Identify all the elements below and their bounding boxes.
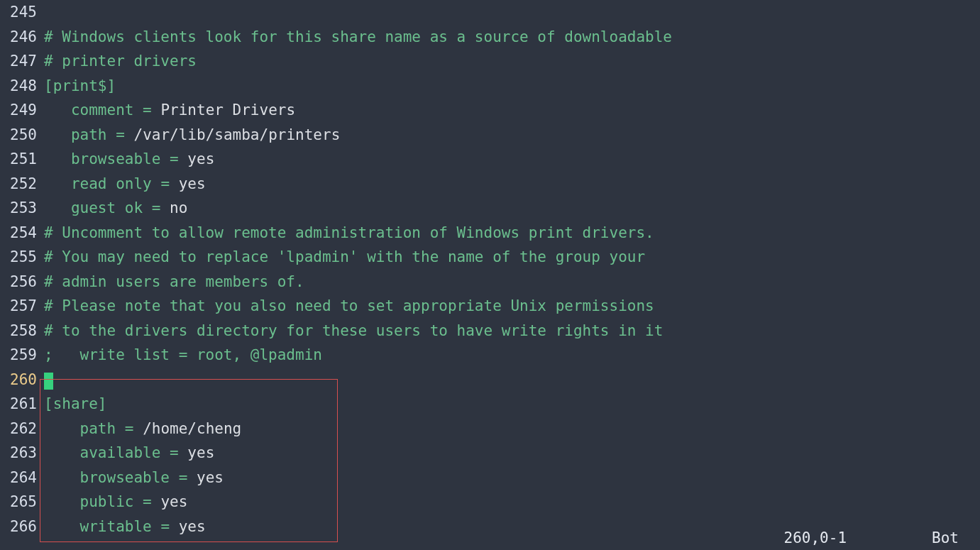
code-line[interactable]: 265 public = yes	[0, 490, 980, 515]
code-line[interactable]: 252 read only = yes	[0, 172, 980, 197]
code-line[interactable]: 249 comment = Printer Drivers	[0, 98, 980, 123]
token	[125, 126, 134, 143]
code-content[interactable]: public = yes	[44, 490, 980, 515]
token: # Windows clients look for this share na…	[44, 28, 672, 45]
line-number: 256	[0, 270, 44, 295]
code-content[interactable]: read only = yes	[44, 172, 980, 197]
code-line[interactable]: 255# You may need to replace 'lpadmin' w…	[0, 245, 980, 270]
code-line[interactable]: 246# Windows clients look for this share…	[0, 25, 980, 50]
token	[160, 444, 170, 461]
line-number: 262	[0, 417, 44, 441]
token	[44, 469, 80, 486]
token: path	[80, 420, 116, 437]
code-line[interactable]: 250 path = /var/lib/samba/printers	[0, 123, 980, 148]
code-line[interactable]: 254# Uncomment to allow remote administr…	[0, 221, 980, 246]
token: # Uncomment to allow remote administrati…	[44, 224, 654, 241]
token: comment	[71, 101, 134, 119]
code-content[interactable]: path = /var/lib/samba/printers	[44, 123, 980, 148]
line-number: 254	[0, 221, 44, 246]
code-content[interactable]: browseable = yes	[44, 466, 980, 490]
token: =	[143, 101, 152, 119]
code-content[interactable]: # printer drivers	[44, 49, 980, 74]
line-number: 264	[0, 466, 44, 490]
token	[133, 493, 143, 510]
token	[152, 175, 161, 192]
code-line[interactable]: 264 browseable = yes	[0, 466, 980, 490]
code-line[interactable]: 261[share]	[0, 392, 980, 417]
token	[152, 493, 161, 510]
token	[160, 199, 170, 216]
code-content[interactable]: # admin users are members of.	[44, 270, 980, 295]
token	[133, 420, 143, 437]
token	[152, 101, 161, 119]
token: public	[80, 493, 134, 510]
token: yes	[197, 469, 224, 486]
code-content[interactable]: available = yes	[44, 441, 980, 466]
code-content[interactable]: [print$]	[44, 74, 980, 99]
token	[133, 101, 143, 119]
token: [print$]	[44, 77, 116, 94]
token: ; write list = root, @lpadmin	[44, 346, 322, 363]
token: yes	[187, 150, 214, 167]
cursor-position: 260,0-1	[784, 526, 847, 551]
token	[187, 469, 197, 486]
cursor	[44, 373, 53, 390]
token	[179, 150, 188, 167]
code-content[interactable]: # Please note that you also need to set …	[44, 294, 980, 319]
token: # You may need to replace 'lpadmin' with…	[44, 248, 645, 265]
token: yes	[187, 444, 214, 461]
token: browseable	[80, 469, 170, 486]
code-content[interactable]: # to the drivers directory for these use…	[44, 319, 980, 343]
code-line[interactable]: 257# Please note that you also need to s…	[0, 294, 980, 319]
code-line[interactable]: 260	[0, 368, 980, 392]
token	[170, 175, 179, 192]
token: # to the drivers directory for these use…	[44, 322, 663, 339]
token	[44, 199, 71, 216]
code-content[interactable]: ; write list = root, @lpadmin	[44, 343, 980, 368]
code-line[interactable]: 263 available = yes	[0, 441, 980, 466]
token: # Please note that you also need to set …	[44, 297, 654, 314]
token: =	[116, 126, 125, 143]
code-line[interactable]: 247# printer drivers	[0, 49, 980, 74]
code-content[interactable]: # Windows clients look for this share na…	[44, 25, 980, 50]
token	[44, 175, 71, 192]
code-line[interactable]: 253 guest ok = no	[0, 196, 980, 221]
line-number: 253	[0, 196, 44, 221]
code-content[interactable]: browseable = yes	[44, 147, 980, 172]
code-line[interactable]: 256# admin users are members of.	[0, 270, 980, 295]
token: /var/lib/samba/printers	[133, 126, 340, 143]
code-content[interactable]: # You may need to replace 'lpadmin' with…	[44, 245, 980, 270]
line-number: 259	[0, 343, 44, 368]
code-line[interactable]: 262 path = /home/cheng	[0, 417, 980, 441]
token: =	[179, 469, 188, 486]
code-content[interactable]: # Uncomment to allow remote administrati…	[44, 221, 980, 246]
line-number: 250	[0, 123, 44, 148]
token: # admin users are members of.	[44, 273, 304, 290]
token: # printer drivers	[44, 53, 197, 70]
editor-viewport[interactable]: 245246# Windows clients look for this sh…	[0, 0, 980, 550]
token	[170, 469, 179, 486]
vim-status-bar: 260,0-1 Bot	[0, 526, 980, 551]
line-number: 245	[0, 0, 44, 25]
token	[44, 126, 71, 143]
token: available	[80, 444, 161, 461]
code-content[interactable]: guest ok = no	[44, 196, 980, 221]
code-content[interactable]	[44, 368, 980, 392]
code-line[interactable]: 259; write list = root, @lpadmin	[0, 343, 980, 368]
code-content[interactable]: [share]	[44, 392, 980, 417]
code-content[interactable]: path = /home/cheng	[44, 417, 980, 441]
token: browseable	[71, 150, 160, 167]
line-number: 251	[0, 147, 44, 172]
token	[44, 493, 80, 510]
token: [share]	[44, 395, 107, 412]
line-number: 249	[0, 98, 44, 123]
token	[107, 126, 116, 143]
line-number: 263	[0, 441, 44, 466]
code-line[interactable]: 251 browseable = yes	[0, 147, 980, 172]
token	[44, 150, 71, 167]
line-number: 257	[0, 294, 44, 319]
code-content[interactable]: comment = Printer Drivers	[44, 98, 980, 123]
code-line[interactable]: 245	[0, 0, 980, 25]
code-line[interactable]: 258# to the drivers directory for these …	[0, 319, 980, 343]
code-line[interactable]: 248[print$]	[0, 74, 980, 99]
